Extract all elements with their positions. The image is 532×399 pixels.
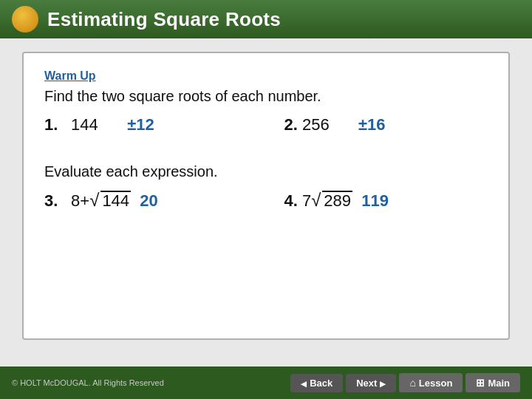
problems-row-2: 3. 8+√144 20 4. 7√289 119 <box>44 191 488 211</box>
problem-3-num: 3. <box>44 191 66 211</box>
lesson-label: Lesson <box>419 378 453 389</box>
problem-1-value: 144 <box>66 115 118 134</box>
header: Estimating Square Roots <box>0 0 532 38</box>
next-button[interactable]: Next <box>346 374 396 392</box>
sqrt-144-expr: √144 <box>89 191 131 210</box>
page-title: Estimating Square Roots <box>47 8 281 31</box>
problem-1-num: 1. <box>44 115 66 134</box>
warm-up-label: Warm Up <box>44 69 488 83</box>
problem-3-expr: 8+√144 <box>66 191 131 211</box>
main-grid-icon <box>476 377 485 389</box>
lesson-home-icon <box>409 377 415 389</box>
problem-2-num: 2. <box>266 115 298 134</box>
problem-2-value: 256 <box>298 115 349 134</box>
lesson-button[interactable]: Lesson <box>399 373 463 392</box>
problem-2-answer: ±16 <box>349 115 416 134</box>
problem-4-num: 4. <box>266 191 298 211</box>
divider <box>44 140 488 161</box>
next-arrow-icon <box>380 378 386 389</box>
footer: © HOLT McDOUGAL. All Rights Reserved Bac… <box>0 366 532 399</box>
problem-2: 2. 256 ±16 <box>266 115 488 134</box>
main-button[interactable]: Main <box>466 373 520 392</box>
back-label: Back <box>310 378 332 389</box>
evaluate-label: Evaluate each expression. <box>44 161 488 182</box>
copyright-text: © HOLT McDOUGAL. All Rights Reserved <box>12 378 164 387</box>
header-icon <box>12 6 38 33</box>
problem-1-answer: ±12 <box>118 115 185 134</box>
main-label: Main <box>488 378 510 389</box>
problem-1: 1. 144 ±12 <box>44 115 266 134</box>
warm-up-description: Find the two square roots of each number… <box>44 86 488 106</box>
navigation-buttons: Back Next Lesson Main <box>290 373 520 392</box>
problems-row-1: 1. 144 ±12 2. 256 ±16 <box>44 115 488 134</box>
problem-3-answer: 20 <box>131 191 197 211</box>
content-card: Warm Up Find the two square roots of eac… <box>22 52 510 340</box>
next-label: Next <box>356 378 377 389</box>
back-button[interactable]: Back <box>290 374 343 392</box>
back-arrow-icon <box>301 378 307 389</box>
problem-3: 3. 8+√144 20 <box>44 191 266 211</box>
problem-4: 4. 7√289 119 <box>266 191 488 211</box>
sqrt-289-expr: √289 <box>311 191 352 210</box>
problem-4-expr: 7√289 <box>298 191 352 211</box>
problem-4-answer: 119 <box>352 191 419 211</box>
